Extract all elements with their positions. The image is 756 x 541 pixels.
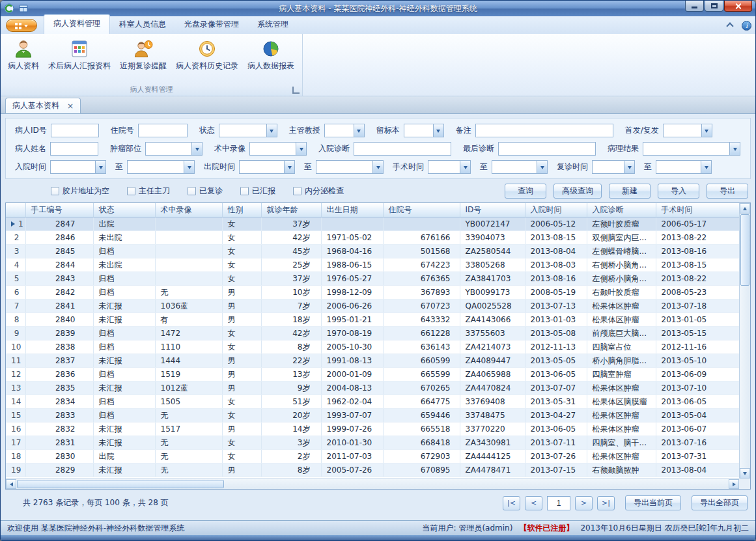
table-row[interactable]: 182830出院无女2岁2011-07-03672903ZA4444125201… — [6, 449, 739, 463]
pathology-select[interactable] — [643, 142, 740, 156]
dropdown-arrow-icon[interactable] — [460, 161, 470, 173]
dropdown-arrow-icon[interactable] — [372, 161, 383, 173]
tab-patient-basic-data[interactable]: 病人基本资料 × — [5, 98, 81, 113]
col-hospital-no[interactable]: 住院号 — [383, 203, 460, 217]
scroll-down-button[interactable] — [740, 468, 750, 479]
application-menu-button[interactable] — [6, 19, 37, 32]
admit-diag-input[interactable] — [354, 142, 451, 156]
professor-select[interactable] — [324, 124, 365, 137]
table-row[interactable]: 122836归档1519男13岁2000-01-09665599ZA406598… — [6, 367, 739, 381]
horizontal-scrollbar[interactable] — [6, 479, 739, 489]
remark-input[interactable] — [475, 124, 613, 137]
dropdown-arrow-icon[interactable] — [729, 143, 740, 155]
hospital-no-input[interactable] — [138, 124, 188, 137]
first-recur-select[interactable] — [663, 124, 712, 137]
video-select[interactable] — [249, 142, 307, 156]
ribbon-button-data-report[interactable]: 病人数据报表 — [243, 36, 299, 74]
dropdown-arrow-icon[interactable] — [701, 124, 712, 137]
discharge-to-select[interactable] — [316, 160, 384, 174]
dropdown-arrow-icon[interactable] — [95, 161, 105, 173]
first-page-button[interactable]: |< — [503, 496, 520, 510]
table-row[interactable]: 162832未汇报1517男14岁1999-07-266655183377022… — [6, 422, 739, 436]
table-row[interactable]: 102838归档1110女8岁2005-10-30636143ZA4214073… — [6, 340, 739, 354]
table-row[interactable]: 142834归档1505女51岁1962-02-0466477533769408… — [6, 395, 739, 408]
dropdown-arrow-icon[interactable] — [537, 161, 547, 173]
col-age[interactable]: 就诊年龄 — [261, 203, 321, 217]
dropdown-arrow-icon[interactable] — [296, 143, 306, 155]
table-row[interactable]: 42844未出院女25岁1988-06-15674223338052682013… — [6, 258, 739, 271]
query-button[interactable]: 查询 — [505, 184, 546, 199]
surgery-from-select[interactable] — [428, 160, 471, 174]
table-row[interactable]: 72841未汇报1036蓝男7岁2006-06-26670723QA002552… — [6, 299, 739, 312]
table-row[interactable]: 112837未汇报1444男22岁1991-08-13660599ZA40894… — [6, 354, 739, 367]
col-id-no[interactable]: ID号 — [460, 203, 525, 217]
close-tab-icon[interactable]: × — [67, 102, 74, 111]
patient-name-input[interactable] — [50, 142, 98, 156]
table-row[interactable]: 192829未汇报无男8岁2005-07-26670895ZA447847120… — [6, 463, 739, 477]
new-button[interactable]: 新建 — [609, 184, 651, 199]
col-surgery-date[interactable]: 手术时间 — [656, 203, 739, 217]
col-admit-diagnosis[interactable]: 入院诊断 — [587, 203, 656, 217]
admit-to-select[interactable] — [127, 160, 195, 174]
table-row[interactable]: 152833归档无女20岁1993-07-0765944633748475201… — [6, 408, 739, 422]
export-button[interactable]: 导出 — [707, 184, 748, 199]
table-row[interactable]: 92839归档1472女42岁1970-08-19661228337556032… — [6, 326, 739, 340]
table-row[interactable]: 32845归档女45岁1968-04-16501568ZA25805442013… — [6, 244, 739, 258]
discharge-from-select[interactable] — [239, 160, 295, 174]
dropdown-arrow-icon[interactable] — [266, 124, 277, 137]
revisit-to-select[interactable] — [656, 160, 712, 174]
ribbon-tab-disc-tape-management[interactable]: 光盘录像带管理 — [175, 16, 248, 34]
table-row[interactable]: 62842归档无男10岁1998-12-09367893YB0099173200… — [6, 285, 739, 299]
table-row[interactable]: 52843归档女37岁1976-05-27676365ZA38417032013… — [6, 271, 739, 285]
advanced-query-button[interactable]: 高级查询 — [553, 184, 602, 199]
dropdown-arrow-icon[interactable] — [624, 161, 634, 173]
scroll-right-button[interactable] — [729, 479, 739, 489]
table-row[interactable]: 132835未汇报1012蓝男9岁2004-08-13670265ZA44708… — [6, 381, 739, 395]
table-row[interactable]: 22846未出院女42岁1971-05-02676166339040732013… — [6, 230, 739, 244]
status-select[interactable] — [219, 124, 277, 137]
scroll-up-button[interactable] — [740, 203, 750, 214]
ribbon-button-revisit-reminder[interactable]: 近期复诊提醒 — [115, 36, 171, 74]
surgery-to-select[interactable] — [492, 160, 548, 174]
checkbox-endocrine-check[interactable]: 内分泌检查 — [293, 186, 344, 197]
admit-from-select[interactable] — [50, 160, 106, 174]
ribbon-tab-staff-info[interactable]: 科室人员信息 — [110, 16, 175, 34]
export-current-page-button[interactable]: 导出当前页 — [625, 495, 681, 510]
scroll-left-button[interactable] — [6, 479, 16, 489]
dropdown-arrow-icon[interactable] — [284, 161, 294, 173]
col-manual-no[interactable]: 手工编号 — [25, 203, 93, 217]
col-video[interactable]: 术中录像 — [155, 203, 222, 217]
collapse-ribbon-icon[interactable] — [726, 22, 733, 29]
checkbox-reported[interactable]: 已汇报 — [240, 186, 275, 197]
checkbox-revisited[interactable]: 已复诊 — [188, 186, 223, 197]
close-button[interactable] — [724, 1, 752, 12]
ribbon-tab-patient-management[interactable]: 病人资料管理 — [44, 14, 110, 34]
checkbox-film-address-empty[interactable]: 胶片地址为空 — [51, 186, 109, 197]
dropdown-arrow-icon[interactable] — [354, 124, 364, 137]
tumor-site-select[interactable] — [145, 142, 203, 156]
maximize-button[interactable] — [705, 1, 723, 12]
vertical-scroll-thumb[interactable] — [740, 214, 749, 286]
col-gender[interactable]: 性别 — [222, 203, 261, 217]
final-diag-input[interactable] — [498, 142, 596, 156]
col-birth-date[interactable]: 出生日期 — [321, 203, 383, 217]
checkbox-chief-surgeon[interactable]: 主任主刀 — [127, 186, 170, 197]
prev-page-button[interactable]: < — [525, 496, 542, 510]
specimen-select[interactable] — [404, 124, 444, 137]
dialog-launcher-icon[interactable] — [292, 87, 300, 94]
horizontal-scroll-thumb[interactable] — [17, 480, 224, 488]
dropdown-arrow-icon[interactable] — [184, 161, 194, 173]
vertical-scrollbar[interactable] — [739, 203, 750, 479]
dropdown-arrow-icon[interactable] — [191, 143, 202, 155]
import-button[interactable]: 导入 — [658, 184, 699, 199]
quick-access-icon[interactable] — [18, 3, 29, 14]
revisit-from-select[interactable] — [592, 160, 635, 174]
ribbon-tab-system-management[interactable]: 系统管理 — [248, 16, 298, 34]
next-page-button[interactable]: > — [575, 496, 593, 510]
dropdown-arrow-icon[interactable] — [701, 161, 711, 173]
ribbon-button-history-record[interactable]: 病人资料历史记录 — [171, 36, 243, 74]
minimize-button[interactable] — [685, 1, 704, 12]
ribbon-button-patient-data[interactable]: 病人资料 — [3, 36, 44, 74]
dropdown-arrow-icon[interactable] — [433, 124, 443, 137]
export-all-pages-button[interactable]: 导出全部页 — [692, 495, 748, 510]
